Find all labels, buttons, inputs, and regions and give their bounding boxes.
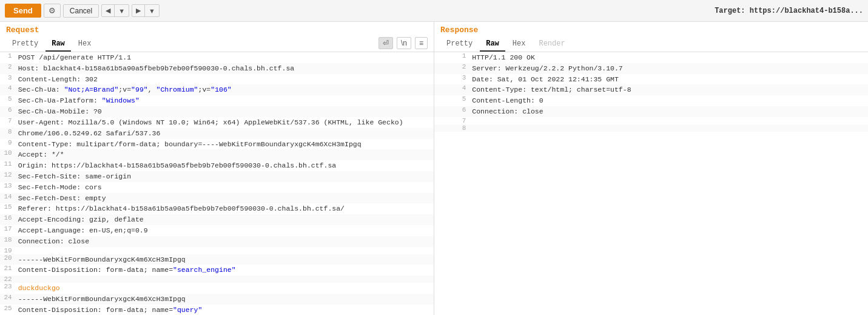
cancel-button[interactable]: Cancel xyxy=(63,4,99,18)
line-content: Accept: */* xyxy=(16,149,434,160)
line-content: Server: Werkzeug/2.2.2 Python/3.10.7 xyxy=(469,63,868,74)
table-row: 6Sec-Ch-Ua-Mobile: ?0 xyxy=(0,106,434,117)
line-content: Sec-Ch-Ua-Platform: "Windows" xyxy=(16,95,434,106)
line-number: 25 xyxy=(0,305,16,315)
tab-response-hex[interactable]: Hex xyxy=(506,37,532,52)
line-number: 16 xyxy=(0,214,16,225)
table-row: 2Host: blackhat4-b158a61b5a90a5fbeb9b7eb… xyxy=(0,63,434,74)
table-row: 22 xyxy=(0,276,434,283)
response-tabs-row: Pretty Raw Hex Render xyxy=(440,37,862,52)
line-number: 7 xyxy=(434,117,469,124)
table-row: 12Sec-Fetch-Site: same-origin xyxy=(0,171,434,182)
line-number: 19 xyxy=(0,247,16,254)
line-number: 24 xyxy=(0,294,16,305)
tab-response-render: Render xyxy=(533,37,571,52)
line-content xyxy=(469,117,868,124)
table-row: 20------WebKitFormBoundaryxgcK4m6XcH3mIp… xyxy=(0,254,434,265)
line-content xyxy=(16,247,434,254)
line-content xyxy=(16,276,434,283)
table-row: 5Sec-Ch-Ua-Platform: "Windows" xyxy=(0,95,434,106)
line-content: Date: Sat, 01 Oct 2022 12:41:35 GMT xyxy=(469,74,868,85)
line-number: 4 xyxy=(434,84,469,95)
line-content: Content-Length: 302 xyxy=(16,74,434,85)
response-panel: Response Pretty Raw Hex Render 1HTTP/1.1… xyxy=(434,22,868,315)
table-row: 14Sec-Fetch-Dest: empty xyxy=(0,193,434,204)
request-header: Request Pretty Raw Hex ⏎ \n ≡ xyxy=(0,22,434,52)
line-content: Connection: close xyxy=(16,236,434,247)
line-content: Content-Disposition: form-data; name="qu… xyxy=(16,305,434,315)
send-button[interactable]: Send xyxy=(5,4,41,18)
menu-icon-button[interactable]: ≡ xyxy=(415,37,428,49)
response-body[interactable]: 1HTTP/1.1 200 OK2Server: Werkzeug/2.2.2 … xyxy=(434,52,868,315)
line-number: 3 xyxy=(434,74,469,85)
line-content: Accept-Encoding: gzip, deflate xyxy=(16,214,434,225)
line-content: Accept-Language: en-US,en;q=0.9 xyxy=(16,225,434,236)
line-number: 6 xyxy=(434,106,469,117)
table-row: 21Content-Disposition: form-data; name="… xyxy=(0,265,434,276)
response-title: Response xyxy=(440,25,862,35)
line-content xyxy=(469,124,868,132)
table-row: 4Sec-Ch-Ua: "Not;A=Brand";v="99", "Chrom… xyxy=(0,84,434,95)
table-row: 13Sec-Fetch-Mode: cors xyxy=(0,182,434,193)
table-row: 6Connection: close xyxy=(434,106,868,117)
table-row: 7 xyxy=(434,117,868,124)
table-row: 24------WebKitFormBoundaryxgcK4m6XcH3mIp… xyxy=(0,294,434,305)
request-title: Request xyxy=(6,25,428,35)
table-row: 16Accept-Encoding: gzip, deflate xyxy=(0,214,434,225)
tab-request-pretty[interactable]: Pretty xyxy=(6,37,44,52)
table-row: 5Content-Length: 0 xyxy=(434,95,868,106)
line-number: 20 xyxy=(0,254,16,265)
line-number: 8 xyxy=(434,124,469,132)
newline-icon-button[interactable]: \n xyxy=(397,37,411,49)
line-number: 5 xyxy=(434,95,469,106)
response-code: 1HTTP/1.1 200 OK2Server: Werkzeug/2.2.2 … xyxy=(434,52,868,132)
target-label: Target: https://blackhat4-b158a... xyxy=(715,7,863,15)
request-code: 1POST /api/generate HTTP/1.12Host: black… xyxy=(0,52,434,315)
request-panel: Request Pretty Raw Hex ⏎ \n ≡ 1POST /api… xyxy=(0,22,434,315)
line-number: 3 xyxy=(0,74,16,85)
line-number: 10 xyxy=(0,149,16,160)
table-row: 10Accept: */* xyxy=(0,149,434,160)
line-content: Content-Type: multipart/form-data; bound… xyxy=(16,139,434,150)
table-row: 23duckduckgo xyxy=(0,283,434,294)
settings-button[interactable]: ⚙ xyxy=(44,4,61,18)
line-content: Sec-Ch-Ua: "Not;A=Brand";v="99", "Chromi… xyxy=(16,84,434,95)
nav-next-down-button[interactable]: ▼ xyxy=(145,5,159,16)
table-row: 15Referer: https://blackhat4-b158a61b5a9… xyxy=(0,203,434,214)
tab-request-raw[interactable]: Raw xyxy=(45,37,71,52)
nav-prev-button[interactable]: ◀ xyxy=(102,5,115,16)
tab-response-pretty[interactable]: Pretty xyxy=(440,37,479,52)
line-content: Chrome/106.0.5249.62 Safari/537.36 xyxy=(16,128,434,139)
line-number: 9 xyxy=(0,139,16,150)
nav-prev-down-button[interactable]: ▼ xyxy=(115,5,129,16)
request-body[interactable]: 1POST /api/generate HTTP/1.12Host: black… xyxy=(0,52,434,315)
request-tabs-row: Pretty Raw Hex ⏎ \n ≡ xyxy=(6,37,428,52)
line-content: duckduckgo xyxy=(16,283,434,294)
line-number: 1 xyxy=(434,52,469,63)
wrap-icon-button[interactable]: ⏎ xyxy=(378,37,393,49)
line-content: Sec-Fetch-Dest: empty xyxy=(16,193,434,204)
line-number: 23 xyxy=(0,283,16,294)
request-tab-icons: ⏎ \n ≡ xyxy=(378,37,428,52)
line-content: Content-Type: text/html; charset=utf-8 xyxy=(469,84,868,95)
table-row: 11Origin: https://blackhat4-b158a61b5a90… xyxy=(0,160,434,171)
line-content: Referer: https://blackhat4-b158a61b5a90a… xyxy=(16,203,434,214)
tab-request-hex[interactable]: Hex xyxy=(72,37,98,52)
table-row: 8Chrome/106.0.5249.62 Safari/537.36 xyxy=(0,128,434,139)
nav-next-group: ▶ ▼ xyxy=(132,4,160,17)
table-row: 4Content-Type: text/html; charset=utf-8 xyxy=(434,84,868,95)
table-row: 8 xyxy=(434,124,868,132)
table-row: 18Connection: close xyxy=(0,236,434,247)
line-content: Connection: close xyxy=(469,106,868,117)
line-number: 8 xyxy=(0,128,16,139)
line-number: 15 xyxy=(0,203,16,214)
main-panels: Request Pretty Raw Hex ⏎ \n ≡ 1POST /api… xyxy=(0,22,868,315)
line-content: Sec-Fetch-Site: same-origin xyxy=(16,171,434,182)
line-number: 5 xyxy=(0,95,16,106)
table-row: 3Content-Length: 302 xyxy=(0,74,434,85)
line-number: 13 xyxy=(0,182,16,193)
table-row: 25Content-Disposition: form-data; name="… xyxy=(0,305,434,315)
table-row: 7User-Agent: Mozilla/5.0 (Windows NT 10.… xyxy=(0,117,434,128)
tab-response-raw[interactable]: Raw xyxy=(480,37,505,52)
nav-next-button[interactable]: ▶ xyxy=(132,5,145,16)
